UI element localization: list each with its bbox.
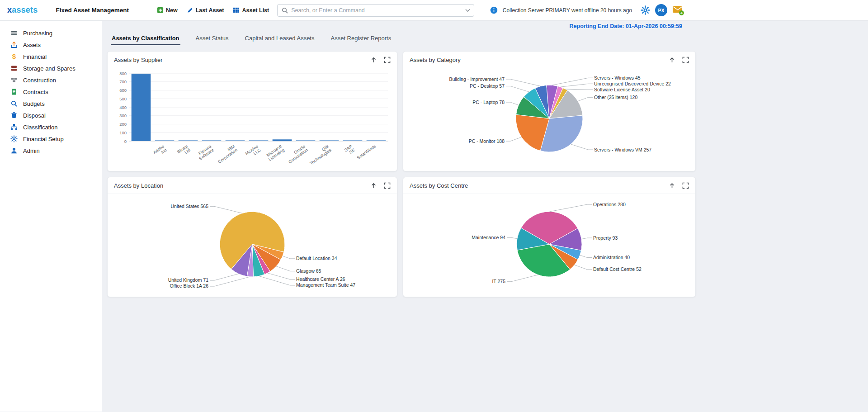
storage-icon xyxy=(10,65,18,72)
card-assets-by-location: Assets by LocationUnited States 565Defau… xyxy=(107,177,397,297)
topbar-button-asset-list[interactable]: Asset List xyxy=(233,7,269,14)
topbar-right-cluster: Collection Server PRIMARY went offline 2… xyxy=(490,4,684,16)
server-alert-text: Collection Server PRIMARY went offline 2… xyxy=(503,7,632,14)
app-logo[interactable]: xassets xyxy=(7,5,38,15)
topbar-button-last-asset[interactable]: Last Asset xyxy=(187,7,224,14)
card-actions xyxy=(370,57,391,63)
svg-text:PC - Laptop 78: PC - Laptop 78 xyxy=(472,99,505,105)
expand-icon[interactable] xyxy=(384,182,391,189)
svg-text:600: 600 xyxy=(119,88,127,93)
card-assets-by-supplier: Assets by Supplier0100200300400500600700… xyxy=(107,51,397,171)
svg-text:100: 100 xyxy=(119,130,127,135)
svg-text:McAfeeLLC: McAfeeLLC xyxy=(244,144,262,160)
card-assets-by-cost-centre: Assets by Cost CentreOperations 280Prope… xyxy=(403,177,696,297)
svg-text:IBMCorporation: IBMCorporation xyxy=(214,144,238,165)
person-icon xyxy=(10,147,18,154)
asset-tray-icon xyxy=(10,41,18,48)
card-body: Building - Improvement 47Servers - Windo… xyxy=(403,68,695,170)
arrow-up-icon[interactable] xyxy=(669,57,675,63)
sidebar-item-label: Classification xyxy=(23,124,58,131)
topbar-button-label: Last Asset xyxy=(196,7,224,14)
svg-text:300: 300 xyxy=(119,113,127,118)
card-body: United States 565Default Location 34Glas… xyxy=(108,194,397,296)
svg-text:United Kingdom 71: United Kingdom 71 xyxy=(168,277,208,283)
svg-text:MicrosoftLicensing: MicrosoftLicensing xyxy=(265,143,285,161)
topbar-button-new[interactable]: New xyxy=(157,7,178,14)
card-actions xyxy=(669,57,689,63)
sidebar-item-label: Purchasing xyxy=(23,30,52,37)
sidebar-item-label: Construction xyxy=(23,77,56,84)
svg-text:FlexeraSoftware: FlexeraSoftware xyxy=(195,143,215,161)
assets-by-cost-centre-chart[interactable]: Operations 280Property 93Administration … xyxy=(403,195,695,296)
tab-capital-and-leased-assets[interactable]: Capital and Leased Assets xyxy=(244,33,316,45)
user-avatar[interactable]: PX xyxy=(655,4,667,16)
sidebar-item-budgets[interactable]: Budgets xyxy=(0,98,102,109)
svg-text:Building - Improvement 47: Building - Improvement 47 xyxy=(449,76,505,82)
card-header: Assets by Location xyxy=(108,177,397,194)
settings-gear-icon[interactable] xyxy=(641,5,650,15)
topbar-button-label: New xyxy=(166,7,178,14)
svg-text:United States 565: United States 565 xyxy=(171,204,209,209)
svg-text:$: $ xyxy=(12,52,16,60)
arrow-up-icon[interactable] xyxy=(370,57,377,63)
sidebar-item-purchasing[interactable]: Purchasing xyxy=(0,27,102,39)
top-bar-inner: xassets Fixed Asset Management NewLast A… xyxy=(0,0,692,20)
tab-assets-by-classification[interactable]: Assets by Classification xyxy=(111,33,180,45)
sidebar-item-assets[interactable]: Assets xyxy=(0,39,102,51)
arrow-up-icon[interactable] xyxy=(669,182,675,189)
chevron-down-icon[interactable] xyxy=(462,9,470,12)
plus-icon xyxy=(157,7,164,14)
tab-asset-status[interactable]: Asset Status xyxy=(195,33,230,45)
svg-text:PC - Desktop 57: PC - Desktop 57 xyxy=(470,83,505,89)
sidebar-item-label: Contracts xyxy=(23,89,48,95)
svg-text:Software License Asset 20: Software License Asset 20 xyxy=(594,87,650,92)
svg-text:200: 200 xyxy=(119,122,127,127)
assets-by-category-chart[interactable]: Building - Improvement 47Servers - Windo… xyxy=(403,70,695,170)
sidebar-item-classification[interactable]: Classification xyxy=(0,121,102,133)
card-body: Operations 280Property 93Administration … xyxy=(403,194,695,296)
topbar-actions: NewLast AssetAsset List xyxy=(157,7,269,14)
reporting-end-date: Reporting End Date: 01-Apr-2026 00:59:59 xyxy=(107,21,696,29)
sidebar-item-label: Assets xyxy=(23,42,41,48)
search-box[interactable] xyxy=(277,4,474,17)
card-actions xyxy=(669,182,689,189)
svg-text:800: 800 xyxy=(119,71,127,76)
main-content: Reporting End Date: 01-Apr-2026 00:59:59… xyxy=(102,21,868,412)
logo-text: assets xyxy=(12,5,38,14)
svg-text:QlikTechnologies: QlikTechnologies xyxy=(306,143,332,166)
svg-text:500: 500 xyxy=(119,96,127,101)
sidebar-item-contracts[interactable]: Contracts xyxy=(0,86,102,98)
svg-text:400: 400 xyxy=(119,105,127,110)
card-header: Assets by Supplier xyxy=(108,52,397,68)
sidebar-item-construction[interactable]: Construction xyxy=(0,74,102,86)
logo-x: x xyxy=(7,5,12,14)
messages-envelope-icon[interactable]: 4 xyxy=(672,5,684,16)
card-actions xyxy=(370,182,391,189)
svg-text:SolarWinds: SolarWinds xyxy=(356,143,377,160)
sidebar-item-financial[interactable]: $Financial xyxy=(0,51,102,62)
sidebar-item-financial-setup[interactable]: Financial Setup xyxy=(0,133,102,145)
expand-icon[interactable] xyxy=(682,57,689,63)
tab-asset-register-reports[interactable]: Asset Register Reports xyxy=(330,33,392,45)
arrow-up-icon[interactable] xyxy=(370,182,377,189)
assets-by-location-chart[interactable]: United States 565Default Location 34Glas… xyxy=(108,195,397,296)
topbar-button-label: Asset List xyxy=(242,7,269,14)
svg-text:AdobeInc: AdobeInc xyxy=(152,143,168,158)
svg-text:4: 4 xyxy=(680,11,683,15)
sidebar-item-storage-and-spares[interactable]: Storage and Spares xyxy=(0,62,102,74)
expand-icon[interactable] xyxy=(682,182,689,189)
card-title: Assets by Cost Centre xyxy=(410,182,669,189)
svg-text:Glasgow 65: Glasgow 65 xyxy=(296,268,321,274)
sidebar-item-disposal[interactable]: Disposal xyxy=(0,109,102,121)
svg-text:Property 93: Property 93 xyxy=(593,235,618,241)
svg-text:Office Block 1A 26: Office Block 1A 26 xyxy=(170,283,208,289)
card-body: 0100200300400500600700800AdobeIncBizagiL… xyxy=(108,68,397,169)
assets-by-supplier-chart[interactable]: 0100200300400500600700800AdobeIncBizagiL… xyxy=(108,70,397,169)
svg-text:Unrecognised Discovered Device: Unrecognised Discovered Device 22 xyxy=(594,81,671,86)
expand-icon[interactable] xyxy=(384,57,391,63)
main-inner: Reporting End Date: 01-Apr-2026 00:59:59… xyxy=(107,21,696,297)
svg-text:Operations 280: Operations 280 xyxy=(593,202,626,207)
sidebar-item-admin[interactable]: Admin xyxy=(0,145,102,156)
search-input[interactable] xyxy=(291,7,462,14)
svg-text:700: 700 xyxy=(119,79,127,84)
